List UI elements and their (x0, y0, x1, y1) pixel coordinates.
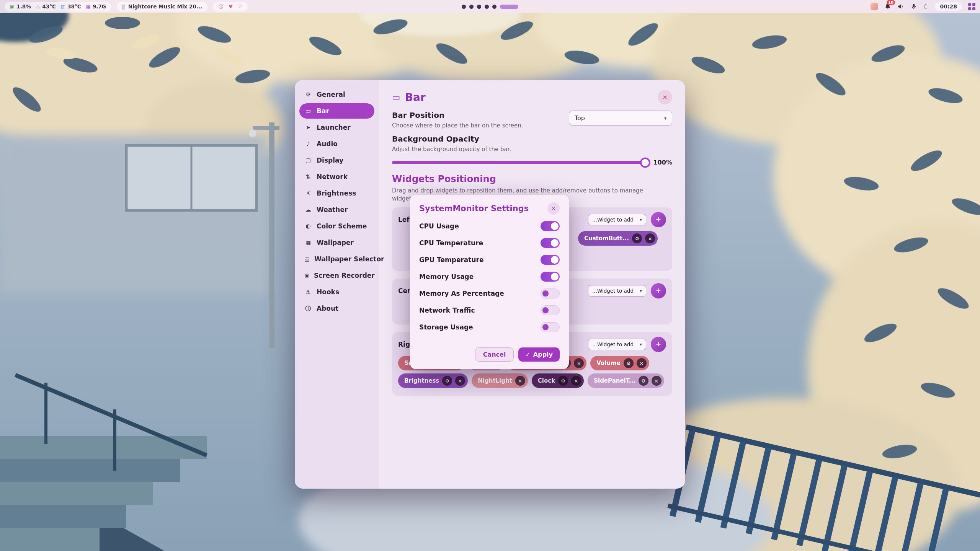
chip-settings-button[interactable]: ⚙ (639, 376, 648, 386)
workspace-dot[interactable] (462, 5, 466, 9)
background-opacity-description: Adjust the background opacity of the bar… (392, 146, 672, 153)
sidebar-item-brightness[interactable]: ☀ Brightness (299, 186, 374, 201)
screenshot-icon[interactable] (871, 3, 878, 10)
sidebar-item-weather[interactable]: ☁ Weather (299, 202, 374, 217)
gear-icon: ⚙ (641, 378, 645, 384)
background-opacity-setting: Background Opacity Adjust the background… (392, 134, 672, 166)
chip-settings-button[interactable]: ⚙ (624, 358, 634, 368)
system-stats[interactable]: ▣ 1.8% ♨ 43°C ▥ 38°C ▦ 9.7G (5, 2, 111, 11)
notification-badge: 10 (887, 0, 895, 5)
apply-label: Apply (533, 351, 553, 358)
sidebar-item-display[interactable]: ▢ Display (299, 153, 374, 168)
image-icon: ▦ (304, 239, 312, 246)
left-widget-add-button[interactable]: + (651, 212, 666, 227)
widget-chip-clock[interactable]: Clock ⚙ × (532, 373, 584, 388)
workspace-dot[interactable] (469, 5, 474, 9)
toggle-gpu-temperature[interactable] (541, 255, 560, 265)
media-player-widget[interactable]: ∥ Nightcore Music Mix 20... (117, 2, 207, 11)
toggle-row-memory-usage: Memory Usage (419, 268, 560, 285)
sidebar-item-launcher[interactable]: ➤ Launcher (299, 120, 374, 135)
cpu-temp-stat: ♨ 43°C (36, 3, 56, 10)
close-icon: × (458, 378, 462, 384)
emote-icon[interactable]: ☺ (218, 4, 224, 10)
bar-position-dropdown[interactable]: Top ▾ (569, 111, 672, 126)
toggle-memory-usage[interactable] (541, 272, 560, 282)
window-close-button[interactable]: × (658, 90, 672, 104)
sidebar-item-hooks[interactable]: ⚓ Hooks (299, 284, 374, 300)
toggle-network-traffic[interactable] (541, 305, 560, 315)
sidebar-item-label: About (317, 305, 338, 312)
bar-position-label: Bar Position (392, 111, 523, 120)
right-widget-add-dropdown[interactable]: Widget to add... ▾ (588, 339, 646, 350)
chip-remove-button[interactable]: × (455, 376, 465, 386)
check-icon: ✓ (525, 351, 530, 358)
chip-remove-button[interactable]: × (515, 376, 525, 386)
sidebar-item-label: Display (317, 156, 343, 164)
widget-chip-custom-button[interactable]: CustomButt... ⚙ × (578, 231, 658, 246)
microphone-button[interactable] (910, 3, 917, 10)
heart-outline-icon[interactable]: ♡ (238, 4, 242, 10)
cpu-icon: ▣ (10, 4, 15, 10)
sidebar-item-general[interactable]: ⚙ General (299, 87, 374, 102)
widget-chip-brightness[interactable]: Brightness ⚙ × (398, 373, 468, 388)
hook-icon: ⚓ (304, 289, 312, 295)
apply-button[interactable]: ✓ Apply (518, 347, 560, 362)
chip-label: Clock (538, 377, 555, 384)
monitor-icon: ▢ (304, 157, 312, 164)
gear-icon: ⚙ (561, 378, 565, 384)
sun-icon: ☀ (304, 190, 312, 197)
toggle-cpu-temperature[interactable] (541, 238, 560, 248)
dialog-close-button[interactable]: × (547, 202, 560, 215)
chip-label: Brightness (404, 377, 439, 384)
workspace-dot-active[interactable] (500, 5, 518, 9)
close-icon: × (577, 360, 581, 366)
toggle-memory-as-percentage[interactable] (541, 289, 560, 298)
notifications-button[interactable]: 10 (884, 3, 891, 10)
pause-icon[interactable]: ∥ (122, 3, 125, 10)
widget-chip-side-panel[interactable]: SidePanelT... ⚙ × (588, 373, 664, 388)
chip-label: CustomButt... (584, 235, 629, 242)
chip-remove-button[interactable]: × (574, 358, 584, 368)
sidebar-item-network[interactable]: ⇅ Network (299, 169, 374, 184)
chip-settings-button[interactable]: ⚙ (632, 233, 642, 243)
sidebar-item-bar[interactable]: ▭ Bar (299, 103, 374, 119)
sidebar-item-wallpaper-selector[interactable]: ▤ Wallpaper Selector (299, 251, 374, 267)
workspace-dot[interactable] (477, 5, 481, 9)
sidebar-item-color-scheme[interactable]: ◐ Color Scheme (299, 218, 374, 234)
clock[interactable]: 00:28 (935, 2, 962, 11)
sidebar-item-audio[interactable]: ♪ Audio (299, 136, 374, 152)
chip-remove-button[interactable]: × (645, 233, 655, 243)
center-widget-add-dropdown[interactable]: Widget to add... ▾ (588, 285, 646, 297)
heart-icon[interactable]: ♥ (229, 4, 233, 10)
opacity-slider-thumb[interactable] (640, 157, 650, 168)
night-light-icon[interactable]: ☾ (923, 3, 929, 10)
info-icon: ⓘ (304, 305, 312, 312)
left-widget-add-dropdown[interactable]: Widget to add... ▾ (588, 214, 646, 225)
toggle-row-storage-usage: Storage Usage (419, 319, 560, 336)
volume-button[interactable] (897, 3, 904, 10)
widget-chip-volume[interactable]: Volume ⚙ × (590, 356, 649, 370)
center-widget-add-button[interactable]: + (651, 283, 666, 298)
record-icon: ◉ (304, 272, 309, 279)
chip-remove-button[interactable]: × (637, 358, 647, 368)
cpu-usage-stat: ▣ 1.8% (10, 3, 31, 10)
chip-settings-button[interactable]: ⚙ (558, 376, 568, 386)
chip-remove-button[interactable]: × (652, 376, 662, 386)
sidebar-item-screen-recorder[interactable]: ◉ Screen Recorder (299, 268, 374, 283)
memory-stat: ▦ 9.7G (86, 3, 106, 10)
workspaces (462, 0, 518, 13)
right-widget-add-button[interactable]: + (651, 337, 666, 352)
workspace-dot[interactable] (485, 5, 489, 9)
sidebar-item-label: Wallpaper Selector (314, 255, 384, 263)
opacity-slider[interactable] (392, 161, 645, 164)
sidebar-item-wallpaper[interactable]: ▦ Wallpaper (299, 235, 374, 250)
workspace-dot[interactable] (492, 5, 497, 9)
chip-remove-button[interactable]: × (571, 376, 581, 386)
toggle-cpu-usage[interactable] (541, 221, 560, 231)
chip-settings-button[interactable]: ⚙ (442, 376, 452, 386)
sidebar-item-about[interactable]: ⓘ About (299, 301, 374, 316)
cancel-button[interactable]: Cancel (475, 347, 514, 362)
toggle-storage-usage[interactable] (541, 322, 560, 332)
widget-chip-night-light[interactable]: NightLight × (472, 373, 528, 388)
apps-grid-icon[interactable] (968, 3, 975, 10)
